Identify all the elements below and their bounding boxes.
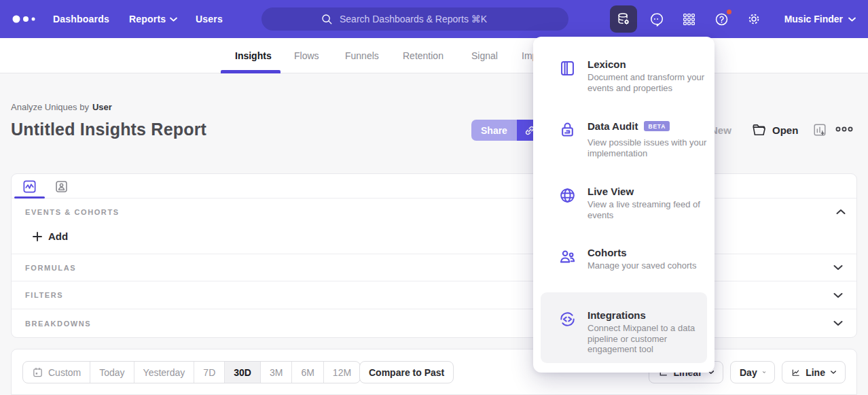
active-query-tab-underline [14,196,45,199]
project-selector[interactable]: Music Finder [784,14,856,24]
nav-reports[interactable]: Reports [129,14,177,24]
chevron-down-icon [833,320,843,326]
tab-funnels[interactable]: Funnels [345,50,379,61]
globe-icon [558,186,577,205]
analyze-by-label[interactable]: Analyze Uniques byUser [11,102,112,112]
add-to-dashboard-button[interactable] [812,122,827,137]
beta-badge: BETA [644,121,670,131]
chevron-down-icon [170,17,177,22]
apps-grid-icon [682,12,696,27]
chevron-down-icon [833,264,843,271]
tab-retention[interactable]: Retention [403,50,444,61]
gear-icon [746,12,761,27]
plus-icon [33,232,42,241]
range-today[interactable]: Today [90,362,134,383]
breakdowns-section-row[interactable]: BREAKDOWNS [12,309,856,337]
global-search[interactable] [261,7,568,31]
range-30d[interactable]: 30D [225,362,261,383]
app-window: Dashboards Reports Users [0,0,868,395]
range-3m[interactable]: 3M [261,362,292,383]
tab-insights[interactable]: Insights [235,50,272,61]
data-audit-icon [558,120,577,139]
add-event-button[interactable]: Add [33,230,68,242]
top-navigation-bar: Dashboards Reports Users [0,0,868,38]
apps-grid-button[interactable] [675,5,702,33]
report-tabs-bar: Insights Flows Funnels Retention Signal … [0,38,868,73]
folder-icon [751,122,767,138]
chevron-down-icon [848,17,856,22]
compare-to-past-button[interactable]: Compare to Past [359,361,454,383]
users-view-tab-icon[interactable] [54,179,69,194]
menu-item-cohorts[interactable]: Cohorts Manage your saved cohorts [541,239,707,291]
tab-flows[interactable]: Flows [294,50,319,61]
chevron-down-icon [763,370,765,375]
tab-signal[interactable]: Signal [471,50,498,61]
mixpanel-logo-icon[interactable] [12,15,42,23]
events-cohorts-section-label: EVENTS & COHORTS [25,208,120,216]
range-6m[interactable]: 6M [292,362,323,383]
more-options-button[interactable] [835,126,853,132]
analyze-by-value[interactable]: User [92,102,112,112]
data-management-button[interactable] [610,5,637,33]
chevron-down-icon [831,370,836,375]
menu-item-live-view[interactable]: Live View View a live streaming feed of … [541,178,707,239]
range-custom[interactable]: Custom [23,362,90,383]
search-icon [321,13,333,25]
range-12m[interactable]: 12M [324,362,360,383]
nav-dashboards[interactable]: Dashboards [53,14,109,24]
report-title[interactable]: Untitled Insights Report [11,120,206,139]
data-management-dropdown: Lexicon Document and transform your even… [533,37,715,373]
menu-item-integrations[interactable]: Integrations Connect Mixpanel to a data … [541,292,707,363]
cohorts-icon [558,247,577,266]
calendar-icon [32,366,43,378]
range-7d[interactable]: 7D [194,362,225,383]
line-chart-icon [791,366,800,379]
chevron-up-icon[interactable] [836,209,846,215]
formulas-section-row[interactable]: FORMULAS [12,254,856,281]
search-input[interactable] [340,14,509,24]
interval-selector-button[interactable]: Day [730,361,775,383]
ellipsis-icon [835,126,853,132]
integrations-sync-icon [558,310,577,328]
chart-add-icon [812,122,827,137]
settings-button[interactable] [740,5,767,33]
date-range-control: Custom Today Yesterday 7D 30D 3M 6M 12M [22,361,361,383]
lexicon-icon [558,59,577,78]
filters-section-row[interactable]: FILTERS [12,281,856,309]
query-view-tabs [12,174,856,199]
range-yesterday[interactable]: Yesterday [134,362,195,383]
nav-users[interactable]: Users [196,14,223,24]
open-report-button[interactable]: Open [751,120,798,141]
speech-bubble-icon [649,12,664,27]
menu-item-lexicon[interactable]: Lexicon Document and transform your even… [541,52,707,113]
notification-dot [725,8,733,16]
query-builder-panel: EVENTS & COHORTS Add FORMULAS FILTERS BR… [11,173,857,338]
feedback-button[interactable] [643,5,670,33]
share-split-button[interactable]: Share [471,120,543,141]
chevron-down-icon [833,292,843,298]
share-button[interactable]: Share [471,120,517,141]
active-tab-underline [221,70,281,73]
menu-item-data-audit[interactable]: Data Audit BETA View possible issues wit… [541,114,707,177]
chart-toolbar-panel: Custom Today Yesterday 7D 30D 3M 6M 12M … [11,349,857,395]
chart-type-selector-button[interactable]: Line [782,361,846,383]
database-gear-icon [616,12,631,27]
events-view-tab-icon[interactable] [22,179,37,194]
